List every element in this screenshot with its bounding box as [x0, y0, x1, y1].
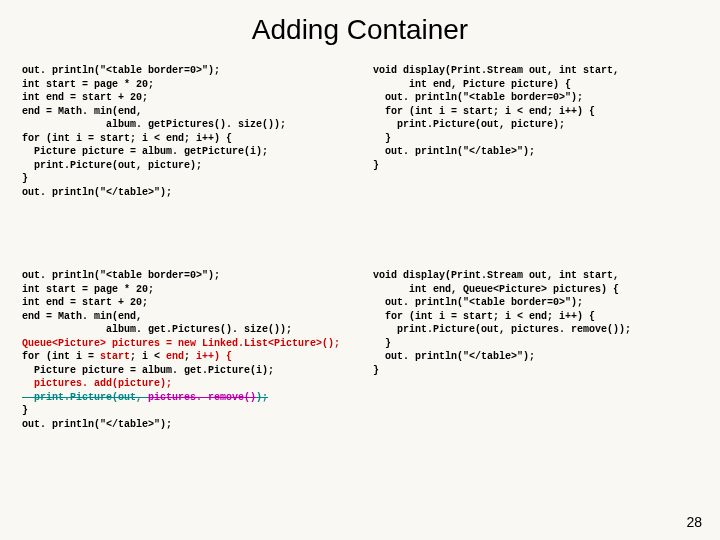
code-bl-for-start: start: [100, 351, 130, 362]
code-bl-for-end: end: [166, 351, 184, 362]
code-bl-for-b: ; i <: [130, 351, 166, 362]
quadrant-grid: out. println("<table border=0>"); int st…: [0, 64, 720, 431]
code-bl-queue: Queue<Picture> pictures = new Linked.Lis…: [22, 338, 340, 349]
code-bl-for-a: for (int i =: [22, 351, 100, 362]
code-bl-strike3: );: [256, 392, 268, 403]
code-bottom-right: void display(Print.Stream out, int start…: [365, 269, 702, 431]
code-bl-add-p: picture: [118, 378, 160, 389]
code-bl-add-b: );: [160, 378, 172, 389]
code-bl-pict: Picture picture = album. get.Picture(i);: [22, 365, 274, 376]
code-bl-for-ipp: i++) {: [196, 351, 232, 362]
code-bl-for-c: ;: [184, 351, 196, 362]
code-bl-post: } out. println("</table>");: [22, 405, 172, 430]
slide-title: Adding Container: [0, 14, 720, 46]
code-bl-strike1: print.Picture(out,: [22, 392, 148, 403]
code-bl-pre: out. println("<table border=0>"); int st…: [22, 270, 292, 335]
page-number: 28: [686, 514, 702, 530]
code-bl-strike2: pictures. remove(): [148, 392, 256, 403]
code-top-left: out. println("<table border=0>"); int st…: [22, 64, 359, 199]
code-top-right: void display(Print.Stream out, int start…: [365, 64, 702, 199]
code-bottom-left: out. println("<table border=0>"); int st…: [22, 269, 359, 431]
code-bl-add-a: pictures. add(: [22, 378, 118, 389]
